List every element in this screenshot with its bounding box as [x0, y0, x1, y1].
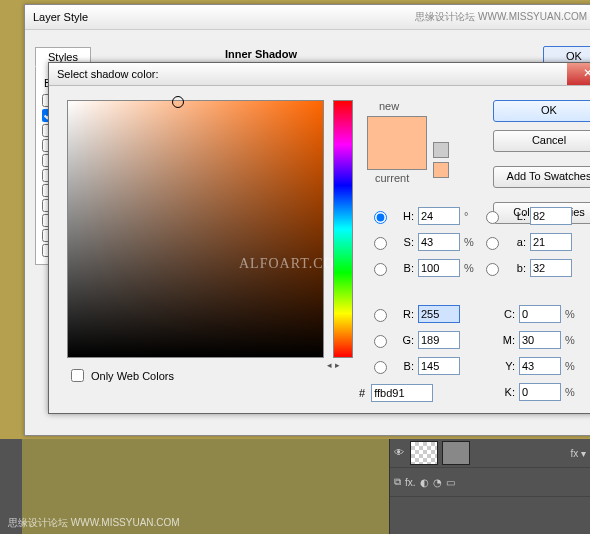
- l-input[interactable]: [530, 207, 572, 225]
- b2-label: b:: [506, 262, 526, 274]
- layer-style-titlebar: Layer Style 思缘设计论坛 WWW.MISSYUAN.COM: [25, 5, 590, 30]
- color-picker-window: Select shadow color: ✕ ALFOART.COM ◂ ▸ n…: [48, 62, 590, 414]
- link-icon[interactable]: ⧉: [394, 476, 401, 488]
- cancel-button[interactable]: Cancel: [493, 130, 590, 152]
- c-input[interactable]: [519, 305, 561, 323]
- close-button[interactable]: ✕: [567, 63, 590, 85]
- b2-input[interactable]: [530, 259, 572, 277]
- adjustment-icon[interactable]: ◔: [433, 477, 442, 488]
- color-field[interactable]: [67, 100, 324, 358]
- websafe-swatch-icon[interactable]: [433, 162, 449, 178]
- b3-input[interactable]: [418, 357, 460, 375]
- fx-button-icon[interactable]: fx.: [405, 477, 416, 488]
- h-radio[interactable]: [374, 211, 387, 224]
- current-color-swatch: [368, 143, 426, 169]
- only-web-colors-label: Only Web Colors: [91, 370, 174, 382]
- l-label: L:: [506, 210, 526, 222]
- current-color-label: current: [375, 172, 409, 184]
- g-radio[interactable]: [374, 335, 387, 348]
- m-input[interactable]: [519, 331, 561, 349]
- layer-thumb: [410, 441, 438, 465]
- g-label: G:: [394, 334, 414, 346]
- r-label: R:: [394, 308, 414, 320]
- color-picker-titlebar: Select shadow color: ✕: [49, 63, 590, 86]
- c-label: C:: [481, 308, 515, 320]
- rgb-group: R: G: B:: [369, 304, 460, 382]
- g-input[interactable]: [418, 331, 460, 349]
- b2-radio[interactable]: [486, 263, 499, 276]
- k-input[interactable]: [519, 383, 561, 401]
- lab-group: L: a: b:: [481, 206, 572, 284]
- hue-slider[interactable]: [333, 100, 353, 358]
- y-input[interactable]: [519, 357, 561, 375]
- hex-label: #: [359, 387, 365, 399]
- hex-row: #: [359, 384, 433, 402]
- eye-icon[interactable]: 👁: [394, 447, 406, 459]
- layer-thumb: [442, 441, 470, 465]
- canvas-background: 思缘设计论坛 WWW.MISSYUAN.COM 👁 fx ▾ ⧉ fx. ◐ ◔…: [0, 439, 590, 534]
- y-label: Y:: [481, 360, 515, 372]
- ok-button[interactable]: OK: [493, 100, 590, 122]
- a-radio[interactable]: [486, 237, 499, 250]
- r-input[interactable]: [418, 305, 460, 323]
- a-label: a:: [506, 236, 526, 248]
- m-label: M:: [481, 334, 515, 346]
- layers-panel: 👁 fx ▾ ⧉ fx. ◐ ◔ ▭: [389, 439, 590, 534]
- h-label: H:: [394, 210, 414, 222]
- cmyk-group: C:% M:% Y:% K:%: [481, 304, 577, 408]
- b-input[interactable]: [418, 259, 460, 277]
- l-radio[interactable]: [486, 211, 499, 224]
- s-radio[interactable]: [374, 237, 387, 250]
- new-color-label: new: [379, 100, 399, 112]
- mask-icon[interactable]: ◐: [420, 477, 429, 488]
- color-field-cursor[interactable]: [172, 96, 184, 108]
- color-swatch: [367, 116, 427, 170]
- b-label: B:: [394, 262, 414, 274]
- cube-icon[interactable]: [433, 142, 449, 158]
- a-input[interactable]: [530, 233, 572, 251]
- k-label: K:: [481, 386, 515, 398]
- watermark-top: 思缘设计论坛 WWW.MISSYUAN.COM: [415, 10, 587, 24]
- b-radio[interactable]: [374, 263, 387, 276]
- section-title: Inner Shadow: [225, 48, 297, 60]
- s-label: S:: [394, 236, 414, 248]
- layer-row[interactable]: 👁 fx ▾: [390, 439, 590, 468]
- b3-radio[interactable]: [374, 361, 387, 374]
- watermark-bottom: 思缘设计论坛 WWW.MISSYUAN.COM: [8, 516, 180, 530]
- layers-footer: ⧉ fx. ◐ ◔ ▭: [390, 468, 590, 497]
- h-input[interactable]: [418, 207, 460, 225]
- folder-icon[interactable]: ▭: [446, 477, 455, 488]
- only-web-colors-checkbox[interactable]: [71, 369, 84, 382]
- layer-style-title: Layer Style: [33, 11, 88, 23]
- hex-input[interactable]: [371, 384, 433, 402]
- new-color-swatch: [368, 117, 426, 143]
- hsb-group: H:° S:% B:%: [369, 206, 476, 284]
- hue-slider-handle[interactable]: ◂ ▸: [327, 360, 340, 370]
- b3-label: B:: [394, 360, 414, 372]
- s-input[interactable]: [418, 233, 460, 251]
- add-swatches-button[interactable]: Add To Swatches: [493, 166, 590, 188]
- color-picker-title: Select shadow color:: [57, 68, 159, 80]
- r-radio[interactable]: [374, 309, 387, 322]
- fx-icon[interactable]: fx ▾: [570, 448, 586, 459]
- only-web-colors-row[interactable]: Only Web Colors: [67, 366, 174, 385]
- watermark-alfoart: ALFOART.COM: [239, 256, 348, 272]
